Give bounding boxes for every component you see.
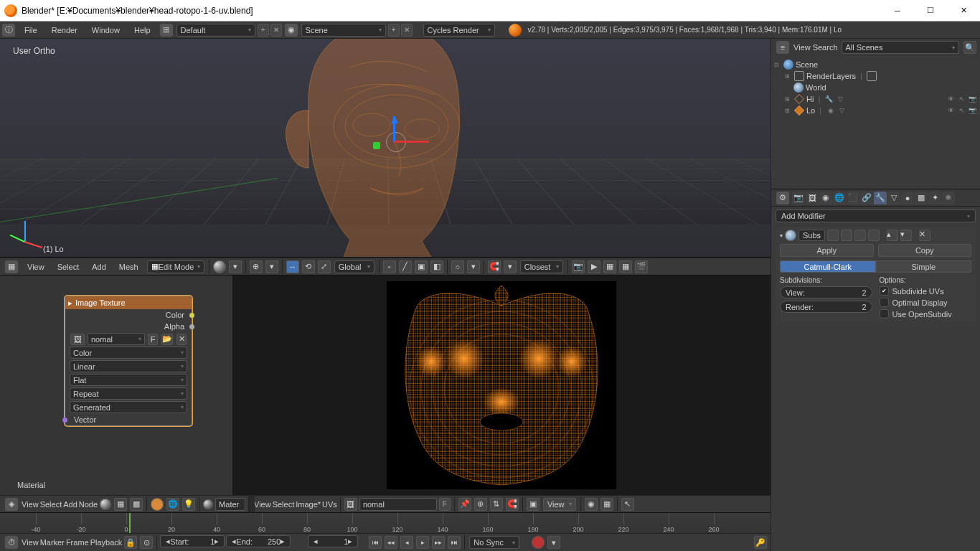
texture-tree-icon[interactable]: ▩	[130, 498, 143, 511]
tab-object-icon[interactable]: ⬛	[847, 192, 859, 204]
uv-image-fakeuser-button[interactable]: F	[439, 498, 451, 511]
tab-layers-icon[interactable]: 🖼	[806, 192, 819, 204]
subsurf-type-segmented[interactable]: Catmull-Clark Simple	[780, 260, 971, 273]
modifier-apply-button[interactable]: Apply	[780, 244, 874, 257]
scene-icon[interactable]: ◉	[285, 24, 298, 37]
world-material-icon[interactable]: 🌐	[166, 498, 179, 511]
menu-node-select[interactable]: Select	[40, 500, 62, 509]
socket-out-alpha[interactable]: Alpha	[65, 321, 192, 332]
frame-current-field[interactable]: ◂ 1 ▸	[308, 535, 358, 547]
subsurf-view-field[interactable]: View:2	[780, 286, 872, 298]
frame-start-field[interactable]: ◂ Start:1 ▸	[160, 535, 225, 547]
editor-type-outliner-icon[interactable]: ≡	[776, 41, 789, 54]
optimal-display-checkbox[interactable]: Optimal Display	[880, 298, 972, 307]
record-button[interactable]	[532, 536, 545, 549]
outliner-row-lo[interactable]: ⊞Lo|◉▽ 👁↖📷	[773, 105, 979, 116]
socket-out-color[interactable]: Color	[65, 309, 192, 321]
outliner-menu-search[interactable]: Search	[813, 43, 838, 52]
menu-view3d-view[interactable]: View	[22, 263, 50, 271]
cursor-icon[interactable]: ↖	[957, 95, 966, 104]
mesh-select-vertex-icon[interactable]: ▫	[383, 260, 396, 273]
image-name-field[interactable]: nomal	[88, 333, 145, 345]
image-browse-icon[interactable]: 🖼	[70, 334, 85, 345]
image-open-icon[interactable]: 📂	[161, 334, 173, 345]
subsurf-simple-button[interactable]: Simple	[876, 260, 972, 273]
lamp-material-icon[interactable]: 💡	[182, 498, 195, 511]
window-maximize-button[interactable]: ☐	[914, 0, 947, 22]
screen-layout-dropdown[interactable]: Default	[176, 24, 255, 37]
menu-uv-select[interactable]: Select	[273, 500, 295, 509]
uv-channels-icon[interactable]: ◉	[585, 498, 598, 511]
menu-window[interactable]: Window	[85, 26, 127, 34]
modifier-expand-icon[interactable]: ▾	[780, 232, 783, 239]
auto-keyframe-icon[interactable]: ⊙	[140, 536, 153, 549]
mod-movedown-icon[interactable]: ▾	[900, 230, 912, 241]
outliner-filter-dropdown[interactable]: All Scenes	[842, 41, 959, 54]
play-reverse-button[interactable]: ◂	[400, 536, 413, 549]
cursor-icon[interactable]: ↖	[957, 106, 966, 116]
mod-delete-icon[interactable]: ✕	[919, 230, 930, 241]
keying-set-icon[interactable]: ▾	[547, 536, 560, 549]
tab-constraints-icon[interactable]: 🔗	[860, 192, 873, 204]
scene-add-button[interactable]: +	[388, 24, 400, 37]
limit-selection-icon[interactable]: ◧	[430, 260, 443, 273]
screen-add-button[interactable]: +	[258, 24, 269, 37]
tab-modifiers-icon[interactable]: 🔧	[874, 192, 887, 204]
frame-end-field[interactable]: ◂ End:250 ▸	[226, 535, 291, 547]
opengl-render-icon[interactable]: 📷	[572, 260, 585, 273]
socket-in-vector[interactable]: Vector	[65, 414, 192, 425]
snap-element-icon[interactable]: ▾	[504, 260, 517, 273]
uv-view-menu[interactable]: View	[543, 498, 576, 511]
render-engine-dropdown[interactable]: Cycles Render	[423, 24, 495, 37]
outliner-row-renderlayers[interactable]: ⊞RenderLayers|	[773, 70, 979, 82]
menu-help[interactable]: Help	[127, 26, 158, 34]
menu-node-view[interactable]: View	[22, 500, 39, 509]
manipulator-scale-icon[interactable]: ⤢	[318, 260, 331, 273]
snap-target-dropdown[interactable]: Closest	[520, 260, 563, 273]
menu-node-node[interactable]: Node	[79, 500, 98, 509]
menu-file[interactable]: File	[17, 26, 44, 34]
pivot-icon[interactable]: ⊕	[250, 260, 263, 273]
editor-type-3dview-icon[interactable]: ▦	[5, 260, 18, 273]
outliner-row-scene[interactable]: ⊟Scene	[773, 59, 979, 70]
tab-particles-icon[interactable]: ✦	[928, 192, 941, 204]
orientation-dropdown[interactable]: Global	[334, 260, 374, 273]
scene-dropdown[interactable]: Scene	[301, 24, 386, 37]
menu-view3d-select[interactable]: Select	[52, 263, 85, 271]
mode-dropdown[interactable]: ▦ Edit Mode	[147, 260, 204, 273]
mod-moveup-icon[interactable]: ▴	[887, 230, 898, 241]
range-toggle-icon[interactable]: 🔒	[124, 536, 137, 549]
menu-timeline-playback[interactable]: Playback	[90, 538, 123, 547]
menu-uv-uvs[interactable]: UVs	[322, 500, 337, 509]
window-close-button[interactable]: ✕	[947, 0, 980, 22]
editor-type-properties-icon[interactable]: ⚙	[776, 192, 789, 204]
editor-type-timeline-icon[interactable]: ⏱	[5, 536, 18, 549]
image-unlink-icon[interactable]: ✕	[176, 334, 187, 345]
editor-type-node-icon[interactable]: ◈	[5, 498, 18, 511]
menu-render[interactable]: Render	[44, 26, 85, 34]
shader-tree-icon[interactable]	[100, 499, 111, 510]
screen-delete-button[interactable]: ✕	[270, 24, 282, 37]
jump-start-button[interactable]: ⏮	[369, 536, 382, 549]
menu-timeline-frame[interactable]: Frame	[66, 538, 89, 547]
mod-editmode-toggle-icon[interactable]	[841, 230, 852, 241]
sync-mode-dropdown[interactable]: No Sync	[469, 536, 519, 549]
image-fakeuser-button[interactable]: F	[148, 334, 158, 345]
modifier-copy-button[interactable]: Copy	[878, 244, 972, 257]
uv-sync-icon[interactable]: ⇅	[490, 498, 503, 511]
timeline-playhead[interactable]	[129, 513, 131, 533]
node-projection-dropdown[interactable]: Flat	[70, 374, 187, 386]
uv-pivot-icon[interactable]: ⊕	[474, 498, 487, 511]
tab-texture-icon[interactable]: ▩	[915, 192, 928, 204]
menu-uv-image[interactable]: Image*	[296, 500, 321, 509]
eye-icon[interactable]: 👁	[946, 95, 956, 104]
eye-icon[interactable]: 👁	[946, 106, 956, 116]
mod-realtime-toggle-icon[interactable]	[868, 230, 880, 241]
node-interpolation-dropdown[interactable]: Linear	[70, 360, 187, 372]
outliner-row-world[interactable]: World	[773, 82, 979, 93]
menu-view3d-mesh[interactable]: Mesh	[113, 263, 144, 271]
uv-mode-icon[interactable]: ▣	[527, 498, 540, 511]
image-texture-node[interactable]: Image Texture Color Alpha 🖼 nomal F 📂 ✕ …	[65, 296, 192, 426]
object-material-icon[interactable]	[151, 498, 164, 511]
scene-delete-button[interactable]: ✕	[401, 24, 413, 37]
